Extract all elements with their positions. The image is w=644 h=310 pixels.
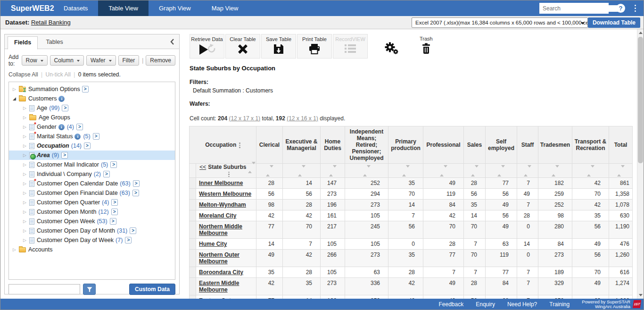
collapse-sidebar-icon[interactable] [170,38,175,45]
collapse-rows-link[interactable]: << [199,164,206,170]
field-action-button[interactable]: > [103,171,110,177]
info-icon[interactable]: i [58,96,65,102]
collapse-all-link[interactable]: Collapse All [8,71,38,78]
tree-item-marital-status[interactable]: ▷Marital Statusi(5)> [9,132,175,141]
clear-table-button[interactable]: Clear Table [225,34,260,59]
recordview-button[interactable]: RecordVIEW [333,34,368,59]
export-format-select[interactable]: Excel 2007 (.xlsx)(max 16,384 columns x … [412,17,588,28]
add-to-row-button[interactable]: Row [22,55,48,66]
sort-icon[interactable] [329,168,337,174]
tree-item-customers[interactable]: ◢Customersi [9,94,175,103]
tree-item-customer-open-calendar-date[interactable]: ▷Customer Open Calendar Date(63)> [9,179,175,188]
expand-node-icon[interactable]: ▷ [23,200,29,205]
help-icon[interactable]: ? [616,4,625,13]
field-action-button[interactable]: > [76,124,83,130]
expand-node-icon[interactable]: ▷ [13,247,19,252]
column-header-sales[interactable]: Sales [464,126,486,164]
search-input[interactable] [539,5,618,12]
row-label-link[interactable]: Hume City [199,241,227,247]
sort-icon[interactable] [552,168,559,174]
row-label-link[interactable]: Northern Middle Melbourne [199,223,242,236]
column-header-self-employed[interactable]: Self employed [486,126,517,164]
retrieve-data-button[interactable]: Retrieve Data [190,34,224,59]
expand-node-icon[interactable]: ▷ [23,238,29,243]
scroll-down-arrow[interactable] [637,292,644,299]
footer-link-enquiry[interactable]: Enquiry [476,301,495,308]
field-action-button[interactable]: > [61,152,68,159]
save-table-button[interactable]: Save Table [261,34,296,59]
sort-icon[interactable] [617,168,625,174]
tree-item-customer-open-day-of-week[interactable]: ▷Customer Open Day of Week(7)> [9,235,175,245]
trash-button[interactable]: Trash [420,34,433,57]
tree-item-customer-open-day-of-month[interactable]: ▷Customer Open Day of Month(31)> [9,226,175,235]
expand-node-icon[interactable]: ▷ [23,125,29,129]
field-action-button[interactable]: > [93,133,99,140]
column-header-tradesmen[interactable]: Tradesmen [538,126,572,164]
expand-node-icon[interactable]: ▷ [13,87,19,92]
column-sort-cell[interactable] [486,164,517,178]
tree-item-summation-options[interactable]: ▷Summation Options> [9,84,175,94]
footer-link-training[interactable]: Training [549,301,570,308]
info-icon[interactable]: i [74,134,81,140]
field-action-button[interactable]: > [130,227,136,234]
column-sort-cell[interactable] [283,164,321,178]
add-to-column-button[interactable]: Column [50,55,84,66]
field-action-button[interactable]: > [132,190,139,196]
column-header-executive-managerial[interactable]: Executive & Managerial [283,126,321,164]
sort-icon[interactable] [440,168,447,174]
column-header-total[interactable]: Total [609,126,633,164]
dataset-name-link[interactable]: Retail Banking [31,19,71,26]
expand-node-icon[interactable]: ▷ [23,162,29,167]
column-sort-cell[interactable] [609,164,633,178]
expand-node-icon[interactable]: ▷ [23,134,29,139]
expand-node-icon[interactable]: ▷ [23,191,29,195]
field-action-button[interactable]: > [82,86,89,92]
sort-icon[interactable] [298,168,305,174]
row-label-link[interactable]: Northern Outer Melbourne [199,251,239,265]
sort-icon[interactable] [471,168,479,174]
tree-item-customer-open-financial-date[interactable]: ▷Customer Open Financial Date(63)> [9,188,175,198]
remove-button[interactable]: Remove [146,55,175,66]
download-table-button[interactable]: Download Table [588,17,640,28]
column-sort-cell[interactable] [388,164,423,178]
expand-node-icon[interactable]: ▷ [23,228,29,233]
vertical-scrollbar[interactable] [637,29,644,299]
tree-filter-apply-button[interactable] [83,284,96,295]
field-action-button[interactable]: > [133,180,140,187]
column-header-clerical[interactable]: Clerical [256,126,283,164]
tree-item-accounts[interactable]: ▷Accounts [9,245,175,254]
tree-item-customer-open-month[interactable]: ▷Customer Open Month(12)> [9,207,175,217]
collapse-node-icon[interactable]: ◢ [13,96,19,101]
column-menu-kebab-icon[interactable] [239,142,240,148]
tab-tables[interactable]: Tables [40,36,69,48]
column-sort-cell[interactable] [256,164,283,178]
column-header-staff[interactable]: Staff [517,126,538,164]
row-label-link[interactable]: Boroondara City [199,269,243,276]
nav-tab-graph-view[interactable]: Graph View [149,0,201,16]
expand-node-icon[interactable]: ▷ [23,209,29,214]
sort-icon[interactable] [402,168,410,174]
column-sort-cell[interactable] [345,164,388,178]
column-sort-cell[interactable] [321,164,345,178]
footer-link-feedback[interactable]: Feedback [439,301,464,308]
table-options-button[interactable] [384,34,399,57]
column-menu-kebab-icon[interactable] [228,172,230,177]
add-to-wafer-button[interactable]: Wafer [86,55,116,66]
column-header-professional[interactable]: Professional [423,126,464,164]
sort-icon[interactable] [266,168,273,174]
expand-node-icon[interactable]: ▷ [23,181,29,186]
info-icon[interactable]: i [58,124,65,130]
sort-icon[interactable] [248,164,256,171]
tree-item-customer-open-week[interactable]: ▷Customer Open Week(53)> [9,217,175,226]
column-sort-cell[interactable] [572,164,609,178]
sort-icon[interactable] [587,168,594,174]
tree-item-customer-open-quarter[interactable]: ▷Customer Open Quarter(4)> [9,198,175,207]
occupation-corner-header[interactable]: Occupation [190,126,256,164]
field-action-button[interactable]: > [111,199,118,206]
footer-link-need-help-[interactable]: Need Help? [507,301,537,308]
print-table-button[interactable]: Print Table [297,34,332,59]
column-header-independent-means-retired-pensioner-unemployed[interactable]: Independent Means; Retired; Pensioner; U… [345,126,388,164]
tree-item-age[interactable]: ▷Age(99)> [9,103,175,113]
tab-fields[interactable]: Fields [8,36,38,50]
tree-item-area[interactable]: ▷Area(9)> [9,151,175,160]
